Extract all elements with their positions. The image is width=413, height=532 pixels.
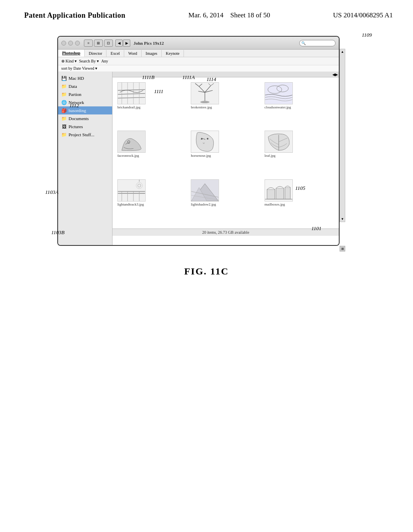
sidebar-item-basording[interactable]: 🎒 basording (58, 106, 112, 114)
sidebar-item-documents[interactable]: 📁 Documents (58, 114, 112, 123)
file-grid: brickandrail.jpg (113, 77, 339, 229)
tab-director-label: Director (89, 51, 102, 56)
file-name-lightandtrack: lightandtrack3.jpg (117, 202, 144, 206)
tab-director[interactable]: Director (85, 50, 106, 57)
filter-bar: ⊗ Kind ▾ Search By ▾ Any (58, 57, 339, 65)
back-button[interactable]: ◀ (115, 39, 123, 47)
tab-keynote-label: Keynote (166, 51, 179, 56)
label-1114: 1114 (206, 76, 216, 83)
main-content: 1109 ≡ ⊞ ⊡ (0, 24, 413, 254)
kind-filter[interactable]: ⊗ Kind ▾ (61, 59, 77, 63)
partion-icon: 📁 (61, 91, 67, 97)
project-label: Project Stuff... (69, 132, 94, 137)
svg-point-16 (201, 138, 203, 140)
figure-label: FIG. 11C (0, 266, 413, 277)
file-name-faceonrock: faceonrock.jpg (117, 154, 139, 158)
sidebar-item-network[interactable]: 🌐 Network (58, 98, 112, 106)
tab-word[interactable]: Word (124, 50, 142, 57)
finder-body: 💾 Mac HD 📁 Data 📁 Partion 🌐 (58, 72, 339, 245)
traffic-lights (61, 41, 80, 46)
finder-window-outer: ≡ ⊞ ⊡ ◀ ▶ John Pics 19x12 🔍 (57, 36, 340, 246)
sidebar-item-pictures[interactable]: 🖼 Pictures (58, 123, 112, 131)
pictures-icon: 🖼 (61, 124, 67, 129)
svg-rect-0 (118, 83, 145, 104)
file-name-mailboxes: mailboxes.jpg (265, 202, 285, 206)
patent-sheet: Sheet 18 of 50 (230, 11, 270, 19)
label-1103A: 1103A (45, 189, 58, 195)
documents-label: Documents (69, 116, 89, 121)
status-text: 20 items, 26.73 GB available (202, 230, 249, 235)
sidebar-item-machd[interactable]: 💾 Mac HD (58, 74, 112, 82)
svg-rect-35 (285, 187, 290, 199)
scroll-up-arrow[interactable]: ▲ (341, 50, 344, 54)
view-buttons: ≡ ⊞ ⊡ (84, 39, 113, 47)
thumb-cloudsonwater (265, 82, 293, 104)
label-1109: 1109 (362, 32, 372, 38)
sidebar-item-project[interactable]: 📁 Project Stuff... (58, 131, 112, 139)
file-name-cloudsonwater: cloudsonwater.jpg (265, 105, 291, 109)
pictures-label: Pictures (69, 124, 83, 129)
tab-excel[interactable]: Excel (106, 50, 124, 57)
label-1103B: 1103B (51, 229, 65, 236)
label-1101: 1101 (311, 225, 321, 232)
tab-word-label: Word (128, 51, 137, 56)
thumb-brokentree (191, 82, 219, 104)
tab-photoshop[interactable]: Photoshop (58, 50, 85, 57)
any-filter[interactable]: Any (101, 59, 108, 63)
scroll-left-arrow[interactable]: ◀ (332, 73, 335, 77)
file-cell-lightandtrack[interactable]: lightandtrack3.jpg (116, 178, 188, 225)
view-icon-cover[interactable]: ⊡ (104, 39, 113, 47)
file-name-brickandrail: brickandrail.jpg (117, 105, 140, 109)
svg-rect-33 (267, 189, 275, 199)
maximize-button[interactable] (75, 41, 80, 46)
file-area: ◀ ▶ (113, 72, 339, 245)
file-cell-lightshadow[interactable]: lightshadow2.jpg (189, 178, 262, 225)
sort-label[interactable]: sort by Date Viewed ▾ (61, 66, 97, 71)
file-name-leaf: leaf.jpg (265, 154, 275, 158)
view-icon-column[interactable]: ⊞ (94, 39, 103, 47)
file-cell-faceonrock[interactable]: faceonrock.jpg (116, 129, 188, 177)
close-button[interactable] (61, 41, 66, 46)
label-1111B: 1111B (142, 74, 154, 81)
machd-icon: 💾 (61, 75, 67, 81)
patent-date-sheet: Mar. 6, 2014 Sheet 18 of 50 (188, 11, 270, 19)
file-cell-brickandrail[interactable]: brickandrail.jpg (116, 81, 188, 128)
partion-label: Partion (69, 92, 81, 97)
file-name-lightshadow: lightshadow2.jpg (191, 202, 216, 206)
data-label: Data (69, 84, 77, 89)
tab-images[interactable]: Images (142, 50, 162, 57)
sidebar: 💾 Mac HD 📁 Data 📁 Partion 🌐 (58, 72, 113, 245)
scroll-down-arrow[interactable]: ▼ (341, 217, 344, 221)
sidebar-item-partion[interactable]: 📁 Partion (58, 90, 112, 98)
title-bar: ≡ ⊞ ⊡ ◀ ▶ John Pics 19x12 🔍 (58, 37, 339, 50)
sort-bar: sort by Date Viewed ▾ (58, 65, 339, 72)
svg-point-9 (200, 101, 210, 103)
vertical-scrollbar[interactable]: ▲ ▼ (340, 49, 345, 222)
file-cell-cloudsonwater[interactable]: cloudsonwater.jpg (263, 81, 336, 128)
documents-icon: 📁 (61, 116, 67, 121)
path-bar: John Pics 19x12 (133, 41, 299, 46)
label-1105: 1105 (295, 185, 305, 191)
tab-excel-label: Excel (111, 51, 120, 56)
resize-icon: ⊞ (341, 247, 344, 251)
patent-number: US 2014/0068295 A1 (333, 11, 393, 19)
search-box[interactable]: 🔍 (299, 40, 336, 46)
minimize-button[interactable] (68, 41, 73, 46)
project-icon: 📁 (61, 132, 67, 137)
file-cell-horsenose[interactable]: horsenose.jpg (189, 129, 262, 177)
scroll-right-arrow[interactable]: ▶ (335, 73, 338, 77)
patent-header: Patent Application Publication Mar. 6, 2… (0, 0, 413, 24)
resize-handle[interactable]: ⊞ (340, 246, 345, 251)
svg-rect-34 (276, 188, 284, 199)
file-cell-leaf[interactable]: leaf.jpg (263, 129, 336, 177)
file-cell-brokentree[interactable]: brokentree.jpg (189, 81, 262, 128)
sidebar-item-data[interactable]: 📁 Data (58, 82, 112, 90)
tab-keynote[interactable]: Keynote (162, 50, 184, 57)
forward-button[interactable]: ▶ (123, 39, 130, 47)
view-icon-list[interactable]: ≡ (84, 39, 93, 47)
status-bar: 20 items, 26.73 GB available (113, 229, 339, 236)
nav-buttons: ◀ ▶ (115, 39, 130, 47)
machd-label: Mac HD (69, 76, 84, 81)
svg-point-17 (207, 138, 209, 140)
search-by-filter[interactable]: Search By ▾ (79, 59, 99, 63)
